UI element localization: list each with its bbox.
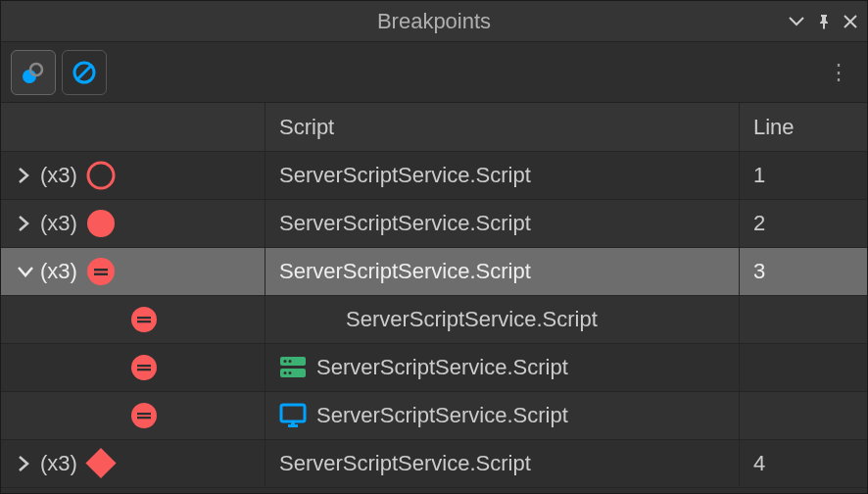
chevron-right-icon[interactable] <box>17 167 36 184</box>
row-script-cell: ServerScriptService.Script <box>265 248 740 295</box>
table-row[interactable]: (x3) ServerScriptService.Script 4 <box>1 440 867 488</box>
svg-rect-27 <box>85 448 116 478</box>
row-expand-cell: (x3) <box>1 200 265 247</box>
row-line-cell: 2 <box>740 200 867 247</box>
breakpoint-count: (x3) <box>40 211 77 236</box>
svg-point-18 <box>289 360 292 363</box>
row-expand-cell <box>1 344 265 391</box>
breakpoint-conditional-icon[interactable] <box>128 304 160 335</box>
script-path: ServerScriptService.Script <box>279 259 531 284</box>
table-row[interactable]: (x3) ServerScriptService.Script 1 <box>1 152 867 200</box>
row-script-cell: ServerScriptService.Script <box>265 200 740 247</box>
svg-rect-14 <box>137 369 151 370</box>
breakpoints-table: Script Line (x3) ServerScriptService.Scr… <box>1 103 867 488</box>
breakpoint-conditional-icon[interactable] <box>85 256 117 287</box>
row-expand-cell: (x3) <box>1 248 265 295</box>
breakpoint-count: (x3) <box>40 163 77 188</box>
dropdown-icon[interactable] <box>789 17 804 26</box>
table-header: Script Line <box>1 103 867 152</box>
svg-rect-24 <box>281 405 305 421</box>
titlebar-controls <box>789 14 857 29</box>
column-header-line[interactable]: Line <box>740 103 867 151</box>
row-script-cell: ServerScriptService.Script <box>265 152 740 199</box>
row-expand-cell <box>1 392 265 439</box>
row-line-cell: 3 <box>740 248 867 295</box>
server-icon <box>279 356 307 379</box>
chevron-right-icon[interactable] <box>17 215 36 232</box>
script-path: ServerScriptService.Script <box>279 451 531 476</box>
svg-rect-13 <box>137 365 151 367</box>
svg-point-1 <box>30 64 42 75</box>
titlebar: Breakpoints <box>1 1 867 42</box>
more-options-icon[interactable]: ⋮ <box>828 60 849 85</box>
svg-line-3 <box>76 65 92 80</box>
svg-rect-22 <box>137 413 151 415</box>
svg-rect-7 <box>94 269 108 272</box>
table-row-child[interactable]: ServerScriptService.Script <box>1 296 867 344</box>
row-script-cell: ServerScriptService.Script <box>265 392 740 439</box>
filter-logpoint-button[interactable] <box>62 50 107 95</box>
svg-point-4 <box>88 163 114 188</box>
row-script-cell: ServerScriptService.Script <box>265 296 740 343</box>
client-icon <box>279 403 307 428</box>
window-title: Breakpoints <box>377 9 491 34</box>
script-path: ServerScriptService.Script <box>279 211 531 236</box>
table-row-child[interactable]: ServerScriptService.Script <box>1 344 867 392</box>
svg-point-6 <box>87 258 115 285</box>
svg-point-12 <box>131 355 157 380</box>
breakpoint-conditional-icon[interactable] <box>128 400 160 431</box>
svg-point-20 <box>289 371 292 374</box>
svg-point-21 <box>131 403 157 428</box>
svg-point-17 <box>284 360 287 363</box>
chevron-right-icon[interactable] <box>17 455 36 472</box>
row-expand-cell: (x3) <box>1 152 265 199</box>
svg-rect-8 <box>94 273 108 276</box>
script-path: ServerScriptService.Script <box>316 355 568 380</box>
table-row-selected[interactable]: (x3) ServerScriptService.Script 3 <box>1 248 867 296</box>
svg-rect-23 <box>137 417 151 419</box>
breakpoint-enabled-icon[interactable] <box>85 208 117 239</box>
row-script-cell: ServerScriptService.Script <box>265 344 740 391</box>
row-expand-cell <box>1 296 265 343</box>
row-expand-cell: (x3) <box>1 440 265 487</box>
row-line-cell <box>740 392 867 439</box>
svg-rect-10 <box>137 317 151 319</box>
close-icon[interactable] <box>844 15 857 28</box>
logpoint-icon[interactable] <box>85 448 117 479</box>
chevron-down-icon[interactable] <box>17 265 36 278</box>
column-header-script[interactable]: Script <box>265 103 740 151</box>
script-path: ServerScriptService.Script <box>279 163 531 188</box>
svg-point-9 <box>131 307 157 332</box>
table-row-child[interactable]: ServerScriptService.Script <box>1 392 867 440</box>
pin-icon[interactable] <box>816 14 832 29</box>
row-line-cell <box>740 296 867 343</box>
table-row[interactable]: (x3) ServerScriptService.Script 2 <box>1 200 867 248</box>
row-script-cell: ServerScriptService.Script <box>265 440 740 487</box>
svg-rect-26 <box>291 421 295 425</box>
toolbar: ⋮ <box>1 42 867 103</box>
row-line-cell <box>740 344 867 391</box>
breakpoint-count: (x3) <box>40 451 77 476</box>
svg-point-19 <box>284 371 287 374</box>
row-line-cell: 4 <box>740 440 867 487</box>
script-path: ServerScriptService.Script <box>316 403 568 428</box>
row-line-cell: 1 <box>740 152 867 199</box>
column-header-expand[interactable] <box>1 103 265 151</box>
svg-point-0 <box>23 70 36 83</box>
svg-point-5 <box>87 210 115 237</box>
breakpoint-disabled-icon[interactable] <box>85 160 117 191</box>
breakpoint-conditional-icon[interactable] <box>128 352 160 383</box>
breakpoint-count: (x3) <box>40 259 77 284</box>
svg-rect-11 <box>137 321 151 322</box>
script-path: ServerScriptService.Script <box>346 307 598 332</box>
filter-breakpoint-button[interactable] <box>11 50 56 95</box>
